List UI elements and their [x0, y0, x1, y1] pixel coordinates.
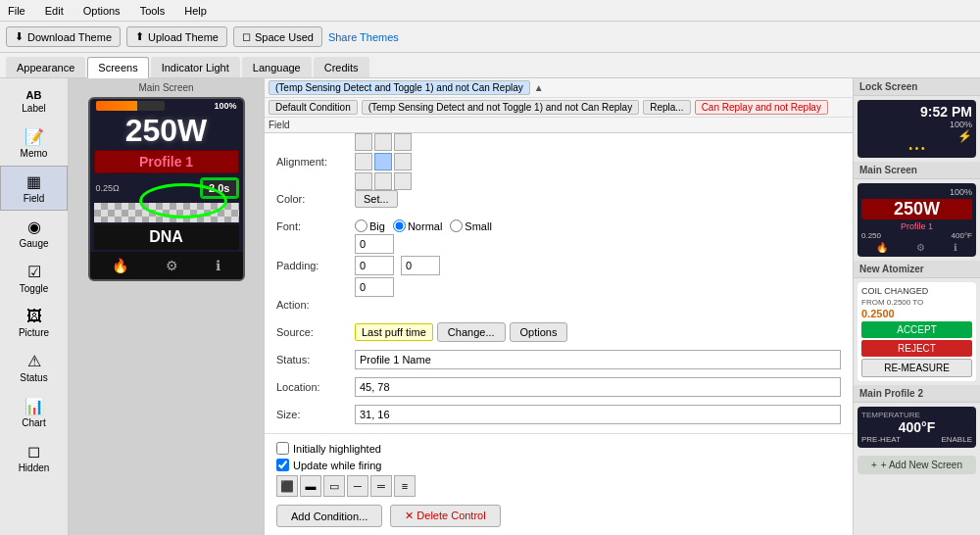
align-icon-btn-5[interactable]: ═ — [370, 475, 392, 497]
accept-button[interactable]: ACCEPT — [861, 321, 972, 338]
lock-screen-label: Lock Screen — [854, 78, 980, 96]
color-row: Color: Set... — [276, 188, 841, 210]
color-set-button[interactable]: Set... — [355, 190, 398, 208]
status-value — [355, 350, 841, 369]
gauge-icon: ◉ — [27, 218, 41, 236]
checkered-area — [94, 203, 239, 222]
add-condition-button[interactable]: Add Condition... — [276, 505, 382, 527]
font-normal-radio[interactable] — [393, 219, 406, 232]
ms-stats: 0.250 400°F — [861, 231, 972, 240]
status-input[interactable] — [355, 350, 841, 369]
lock-dots: • • • — [861, 143, 972, 154]
align-top-left[interactable] — [355, 133, 372, 151]
condition-tab-2[interactable]: (Temp Sensing Detect and not Toggle 1) a… — [362, 100, 639, 115]
padding-grid — [355, 234, 440, 297]
location-input[interactable] — [355, 377, 841, 397]
align-icon-btn-4[interactable]: ─ — [347, 475, 368, 497]
atomizer-value: 0.2500 — [861, 308, 972, 319]
align-mid-left[interactable] — [355, 153, 372, 170]
mp2-row: PRE-HEAT ENABLE — [861, 435, 972, 444]
menu-file[interactable]: File — [4, 3, 29, 19]
remeasure-button[interactable]: RE-MEASURE — [861, 359, 972, 377]
padding-top-input[interactable] — [355, 234, 394, 254]
share-themes-link[interactable]: Share Themes — [328, 31, 399, 43]
font-normal-option[interactable]: Normal — [393, 219, 442, 232]
location-value — [355, 377, 841, 397]
space-used-button[interactable]: ◻ Space Used — [233, 26, 322, 47]
sidebar-item-field[interactable]: ▦ Field — [0, 166, 68, 211]
resistance-display: 0.25Ω — [96, 183, 120, 193]
padding-right-input[interactable] — [401, 256, 440, 275]
padding-left-input[interactable] — [355, 256, 394, 275]
battery-fill — [96, 101, 137, 111]
align-mid-center[interactable] — [374, 153, 392, 170]
padding-row: Padding: — [276, 243, 841, 288]
location-row: Location: — [276, 376, 841, 398]
size-row: Size: — [276, 404, 841, 425]
align-icon-btn-6[interactable]: ≡ — [394, 475, 416, 497]
source-value: Last puff time Change... Options — [355, 322, 841, 342]
align-top-center[interactable] — [374, 133, 392, 151]
size-input[interactable] — [355, 405, 841, 424]
sidebar-item-chart[interactable]: 📊 Chart — [0, 390, 68, 435]
align-mid-right[interactable] — [394, 153, 412, 170]
tab-credits[interactable]: Credits — [314, 57, 369, 77]
condition-tab-1[interactable]: Default Condition — [269, 100, 358, 115]
tab-language[interactable]: Language — [242, 57, 312, 77]
condition-tab-3[interactable]: Repla... — [643, 100, 690, 115]
add-new-screen-button[interactable]: + + Add New Screen — [858, 456, 976, 474]
sidebar-item-label[interactable]: AB Label — [0, 82, 68, 121]
change-button[interactable]: Change... — [437, 322, 506, 342]
update-while-firing-row: Update while firing — [276, 459, 841, 471]
action-row: Action: — [276, 294, 841, 316]
sidebar-item-hidden[interactable]: ◻ Hidden — [0, 435, 68, 480]
properties-panel: (Temp Sensing Detect and Toggle 1) and n… — [265, 78, 853, 535]
sidebar-item-toggle[interactable]: ☑ Toggle — [0, 256, 68, 301]
memo-icon: 📝 — [24, 127, 44, 146]
download-theme-button[interactable]: ⬇ Download Theme — [6, 26, 121, 47]
condition-tab-0[interactable]: (Temp Sensing Detect and Toggle 1) and n… — [269, 80, 530, 95]
initially-highlighted-checkbox[interactable] — [276, 442, 289, 455]
toggle-icon: ☑ — [27, 263, 41, 281]
align-top-right[interactable] — [394, 133, 412, 151]
menu-options[interactable]: Options — [79, 3, 124, 19]
sidebar-item-status[interactable]: ⚠ Status — [0, 345, 68, 390]
color-label: Color: — [276, 193, 355, 205]
chart-icon: 📊 — [24, 397, 44, 415]
mp2-temp-label: TEMPERATURE — [861, 411, 972, 419]
condition-tab-4[interactable]: Can Replay and not Replay — [695, 100, 828, 115]
info-icon-small: ℹ — [954, 242, 957, 253]
update-while-firing-checkbox[interactable] — [276, 459, 289, 471]
sidebar-item-memo[interactable]: 📝 Memo — [0, 121, 68, 166]
sidebar-item-gauge[interactable]: ◉ Gauge — [0, 211, 68, 256]
atomizer-from: FROM 0.2500 TO — [861, 298, 972, 308]
delete-control-button[interactable]: ✕ Delete Control — [390, 505, 500, 527]
scroll-up-arrow[interactable]: ▲ — [534, 82, 544, 93]
reject-button[interactable]: REJECT — [861, 340, 972, 357]
menu-edit[interactable]: Edit — [41, 3, 68, 19]
fire-icon: 🔥 — [112, 258, 128, 273]
font-big-radio[interactable] — [355, 219, 368, 232]
tab-indicator-light[interactable]: Indicator Light — [151, 57, 240, 77]
font-small-option[interactable]: Small — [450, 219, 492, 232]
device-preview-panel: Main Screen 100% 250W Profile 1 0.25Ω — [69, 78, 265, 535]
align-icon-btn-1[interactable]: ⬛ — [276, 475, 298, 497]
upload-theme-button[interactable]: ⬆ Upload Theme — [126, 26, 227, 47]
sidebar-item-picture[interactable]: 🖼 Picture — [0, 301, 68, 345]
font-big-option[interactable]: Big — [355, 219, 385, 232]
menu-tools[interactable]: Tools — [136, 3, 170, 19]
menu-help[interactable]: Help — [180, 3, 211, 19]
align-icon-btn-3[interactable]: ▭ — [323, 475, 345, 497]
mp2-preheat: PRE-HEAT — [861, 435, 901, 444]
source-highlight: Last puff time — [355, 323, 433, 341]
padding-value — [355, 234, 841, 297]
align-icon-btn-2[interactable]: ▬ — [300, 475, 321, 497]
color-value: Set... — [355, 190, 841, 208]
tab-appearance[interactable]: Appearance — [6, 57, 85, 77]
tab-screens[interactable]: Screens — [87, 57, 148, 78]
font-small-radio[interactable] — [450, 219, 463, 232]
size-value — [355, 405, 841, 424]
toolbar: ⬇ Download Theme ⬆ Upload Theme ◻ Space … — [0, 22, 980, 53]
padding-label: Padding: — [276, 260, 355, 271]
options-button[interactable]: Options — [510, 322, 568, 342]
